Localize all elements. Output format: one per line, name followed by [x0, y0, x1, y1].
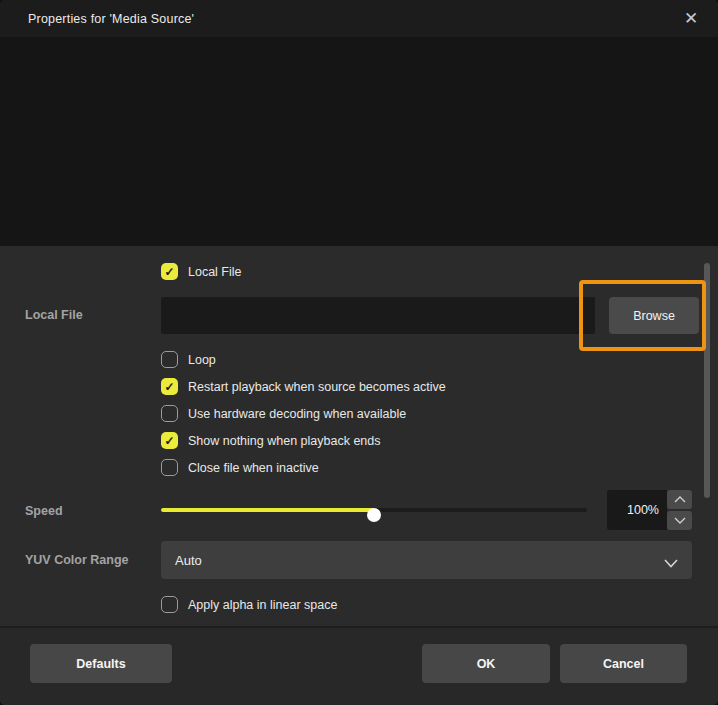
checkbox-row[interactable]: ✓Show nothing when playback ends: [161, 432, 446, 449]
checkbox-row[interactable]: ✓Restart playback when source becomes ac…: [161, 378, 446, 395]
checkbox-row[interactable]: ✓Local File: [161, 263, 242, 280]
chevron-up-icon: [674, 496, 686, 503]
checkbox-label: Use hardware decoding when available: [188, 407, 406, 421]
checkbox-unchecked[interactable]: [161, 596, 178, 613]
checkbox-row[interactable]: Close file when inactive: [161, 459, 446, 476]
spin-up-button[interactable]: [667, 490, 692, 509]
slider-fill: [161, 508, 374, 512]
defaults-button[interactable]: Defaults: [30, 644, 172, 683]
checkbox-label: Loop: [188, 353, 216, 367]
media-preview-area: [0, 37, 718, 246]
speed-label: Speed: [25, 504, 63, 518]
vertical-scrollbar-thumb[interactable]: [704, 263, 710, 498]
titlebar: Properties for 'Media Source' ✕: [0, 0, 718, 37]
chevron-down-icon: [674, 517, 686, 524]
option-checkbox-list: Loop✓Restart playback when source become…: [161, 351, 446, 476]
checkbox-row[interactable]: Loop: [161, 351, 446, 368]
speed-spinbox: 100%: [607, 490, 692, 530]
checkbox-label: Apply alpha in linear space: [188, 598, 337, 612]
checkbox-label: Show nothing when playback ends: [188, 434, 381, 448]
slider-handle[interactable]: [367, 508, 381, 522]
checkbox-unchecked[interactable]: [161, 351, 178, 368]
checkbox-label: Close file when inactive: [188, 461, 319, 475]
ok-button[interactable]: OK: [422, 644, 550, 683]
checkbox-unchecked[interactable]: [161, 405, 178, 422]
cancel-button[interactable]: Cancel: [560, 644, 687, 683]
spin-down-button[interactable]: [667, 511, 692, 530]
speed-slider[interactable]: [161, 503, 587, 517]
selected-option: Auto: [175, 553, 202, 568]
dialog-title: Properties for 'Media Source': [28, 12, 194, 26]
yuv-color-range-label: YUV Color Range: [25, 553, 129, 567]
checkbox-row[interactable]: Apply alpha in linear space: [161, 596, 337, 613]
local-file-input[interactable]: [161, 297, 595, 334]
local-file-label: Local File: [25, 308, 83, 322]
dialog-footer: Defaults OK Cancel: [0, 626, 718, 705]
properties-dialog: Properties for 'Media Source' ✕ ✓Local F…: [0, 0, 718, 705]
close-icon[interactable]: ✕: [676, 4, 706, 32]
browse-button[interactable]: Browse: [609, 297, 699, 334]
checkbox-row[interactable]: Use hardware decoding when available: [161, 405, 446, 422]
checkbox-unchecked[interactable]: [161, 459, 178, 476]
checkbox-label: Local File: [188, 265, 242, 279]
yuv-color-range-select[interactable]: Auto: [161, 541, 692, 579]
checkbox-checked[interactable]: ✓: [161, 263, 178, 280]
properties-panel: ✓Local File Local File Browse Loop✓Resta…: [0, 246, 718, 625]
checkbox-checked[interactable]: ✓: [161, 378, 178, 395]
chevron-down-icon: [664, 554, 678, 572]
speed-value-field[interactable]: 100%: [607, 490, 667, 530]
checkbox-label: Restart playback when source becomes act…: [188, 380, 446, 394]
checkbox-checked[interactable]: ✓: [161, 432, 178, 449]
